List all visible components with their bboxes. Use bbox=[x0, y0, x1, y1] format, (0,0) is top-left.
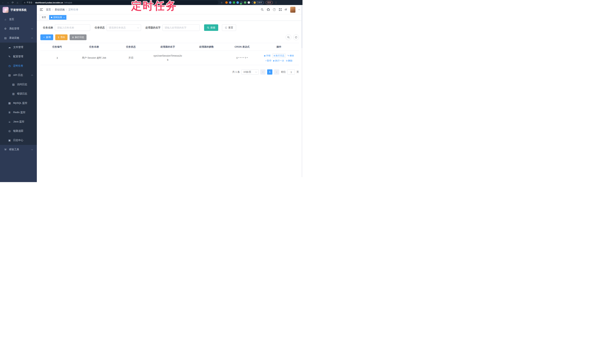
paused-label: 已暂停 bbox=[257, 1, 262, 4]
breadcrumb: 首页 / 基础设施 / 定时任务 bbox=[46, 8, 79, 11]
cell-cron: 0 * * * * ? * bbox=[225, 55, 259, 60]
address-bar[interactable]: ⚠ 不安全 | dashboard.yudao.iocoder.cn /infr… bbox=[22, 0, 218, 4]
col-handler-name: 处理器的名字 bbox=[148, 44, 188, 50]
pencil-icon: ✎ bbox=[288, 54, 289, 57]
search-button[interactable]: 搜索 bbox=[204, 24, 218, 31]
access-log-icon: ▨ bbox=[12, 83, 15, 86]
emoji-extension-icon: ☺ bbox=[254, 1, 256, 4]
sidebar-item-label: 访问日志 bbox=[17, 83, 27, 86]
export-button[interactable]: ↧ 导出 bbox=[55, 34, 67, 40]
sidebar-menu: ⌂首页⚙系统管理▤基础设施☁文件管理✎配置管理◷定时任务▧API 日志▨访问日志… bbox=[0, 15, 37, 154]
log-center-icon: ▣ bbox=[8, 139, 11, 142]
job-name-input[interactable] bbox=[57, 26, 88, 29]
browser-update-button[interactable]: 更新 bbox=[266, 1, 273, 4]
list-icon: ≣ bbox=[72, 36, 74, 39]
sidebar-item-job[interactable]: ◷定时任务 bbox=[0, 61, 37, 70]
sidebar-item-home[interactable]: ⌂首页 bbox=[0, 15, 37, 24]
breadcrumb-infra[interactable]: 基础设施 bbox=[55, 8, 65, 11]
sidebar-item-error-log[interactable]: ▥错误日志 bbox=[0, 89, 37, 98]
github-icon[interactable] bbox=[267, 8, 270, 11]
run-once-link[interactable]: ▶执行一次 bbox=[273, 59, 284, 62]
extensions-row: on bbox=[225, 1, 250, 4]
pause-link[interactable]: ×暂停 bbox=[265, 59, 271, 62]
scrollbar-thumb[interactable] bbox=[302, 5, 302, 48]
tag-home[interactable]: 首页 bbox=[40, 15, 48, 20]
col-cron: CRON 表达式 bbox=[225, 44, 259, 50]
tag-close-icon[interactable]: × bbox=[64, 16, 65, 19]
user-avatar[interactable] bbox=[290, 7, 295, 13]
bookmark-star-icon[interactable]: ☆ bbox=[221, 1, 223, 4]
detail-link[interactable]: ◉详细 bbox=[264, 54, 271, 57]
extension-white-star-icon[interactable] bbox=[248, 1, 250, 4]
row-exec-log-link[interactable]: ≣执行日志 bbox=[272, 53, 286, 58]
job-status-placeholder: 请选择任务状态 bbox=[109, 26, 126, 29]
tag-job[interactable]: 定时任务 × bbox=[49, 15, 66, 20]
download-icon: ↧ bbox=[58, 36, 60, 39]
gear-icon: ⚙ bbox=[4, 27, 7, 30]
sidebar-collapse-icon[interactable] bbox=[40, 8, 43, 11]
active-dot-icon bbox=[51, 17, 52, 18]
sidebar-item-label: 文件管理 bbox=[13, 46, 23, 49]
handler-name-input[interactable] bbox=[165, 26, 197, 29]
sidebar-item-trace[interactable]: ◎链路追踪 bbox=[0, 126, 37, 136]
exec-log-button[interactable]: ≣ 执行日志 bbox=[70, 34, 87, 40]
sidebar-item-file[interactable]: ☁文件管理 bbox=[0, 43, 37, 52]
avatar-caret-icon[interactable]: ▾ bbox=[299, 9, 300, 11]
sidebar-item-dev-tools[interactable]: ⚒研发工具 bbox=[0, 145, 37, 154]
edit-link[interactable]: ✎修改 bbox=[288, 54, 294, 57]
sidebar-item-system[interactable]: ⚙系统管理 bbox=[0, 24, 37, 33]
fullscreen-icon[interactable] bbox=[279, 8, 282, 11]
browser-reload-icon[interactable]: ⟳ bbox=[11, 1, 14, 4]
goto-page-input[interactable] bbox=[288, 71, 294, 74]
sidebar-item-api-log[interactable]: ▧API 日志 bbox=[0, 70, 37, 80]
extension-orange-icon[interactable] bbox=[225, 1, 228, 4]
sidebar-item-config[interactable]: ✎配置管理 bbox=[0, 52, 37, 61]
add-button[interactable]: ＋ 新增 bbox=[40, 34, 53, 40]
help-icon[interactable]: ? bbox=[273, 8, 276, 11]
sidebar-item-mysql[interactable]: ▦MySQL 监控 bbox=[0, 98, 37, 108]
sidebar-item-label: 错误日志 bbox=[17, 92, 27, 95]
java-icon: ☕ bbox=[8, 120, 11, 123]
browser-back-icon[interactable]: ← bbox=[1, 1, 4, 4]
edit-icon: ✎ bbox=[8, 55, 11, 58]
page-scrollbar[interactable] bbox=[301, 5, 302, 177]
sidebar-item-log-center[interactable]: ▣日志中心 bbox=[0, 136, 37, 145]
browser-home-icon[interactable]: ⌂ bbox=[16, 1, 19, 4]
browser-forward-icon[interactable]: → bbox=[6, 1, 9, 4]
reset-button[interactable]: 重置 bbox=[222, 24, 236, 31]
prev-page-button[interactable]: ‹ bbox=[260, 69, 265, 75]
table-header-row: 任务编号 任务名称 任务状态 处理器的名字 处理器的参数 CRON 表达式 操作 bbox=[40, 43, 299, 51]
sidebar-item-label: 定时任务 bbox=[13, 64, 23, 67]
job-status-select[interactable]: 请选择任务状态 bbox=[107, 24, 141, 31]
delete-link[interactable]: ⊟删除 bbox=[286, 59, 292, 62]
tags-bar: 首页 定时任务 × bbox=[37, 14, 302, 21]
search-icon[interactable] bbox=[261, 8, 264, 11]
next-page-button[interactable]: › bbox=[274, 69, 279, 75]
extension-green-check-icon[interactable] bbox=[233, 1, 235, 4]
trace-icon: ◎ bbox=[8, 130, 11, 132]
refresh-button[interactable] bbox=[293, 34, 299, 40]
page-size-select[interactable]: 10条/页 bbox=[241, 69, 259, 75]
page-unit-label: 页 bbox=[297, 70, 299, 74]
extension-lighthouse-icon[interactable] bbox=[237, 1, 239, 4]
sidebar-item-infra[interactable]: ▤基础设施 bbox=[0, 33, 37, 43]
cell-job-id: 3 bbox=[40, 55, 74, 60]
browser-menu-icon[interactable]: ⋮ bbox=[275, 1, 277, 4]
sidebar-item-redis[interactable]: ≣Redis 监控 bbox=[0, 108, 37, 117]
sidebar-item-java[interactable]: ☕Java 监控 bbox=[0, 117, 37, 126]
extension-proxy-icon[interactable]: on bbox=[240, 1, 243, 4]
security-label: 不安全 bbox=[26, 1, 33, 4]
font-size-icon[interactable]: tT bbox=[285, 8, 287, 11]
page-1-button[interactable]: 1 bbox=[267, 69, 272, 75]
extension-leaf-icon[interactable] bbox=[244, 1, 246, 4]
breadcrumb-home[interactable]: 首页 bbox=[46, 8, 51, 11]
sidebar-item-access-log[interactable]: ▨访问日志 bbox=[0, 80, 37, 89]
page-size-value: 10条/页 bbox=[243, 70, 251, 74]
app-logo-row[interactable]: 芋 芋道管理系统 bbox=[0, 5, 37, 15]
search-toggle-button[interactable] bbox=[286, 34, 291, 40]
app-logo: 芋 bbox=[3, 7, 9, 13]
extensions-paused-button[interactable]: ☺ 已暂停 bbox=[252, 1, 264, 4]
extension-blue-icon[interactable] bbox=[229, 1, 231, 4]
breadcrumb-separator: / bbox=[66, 8, 67, 11]
goto-label: 前往 bbox=[281, 70, 286, 74]
